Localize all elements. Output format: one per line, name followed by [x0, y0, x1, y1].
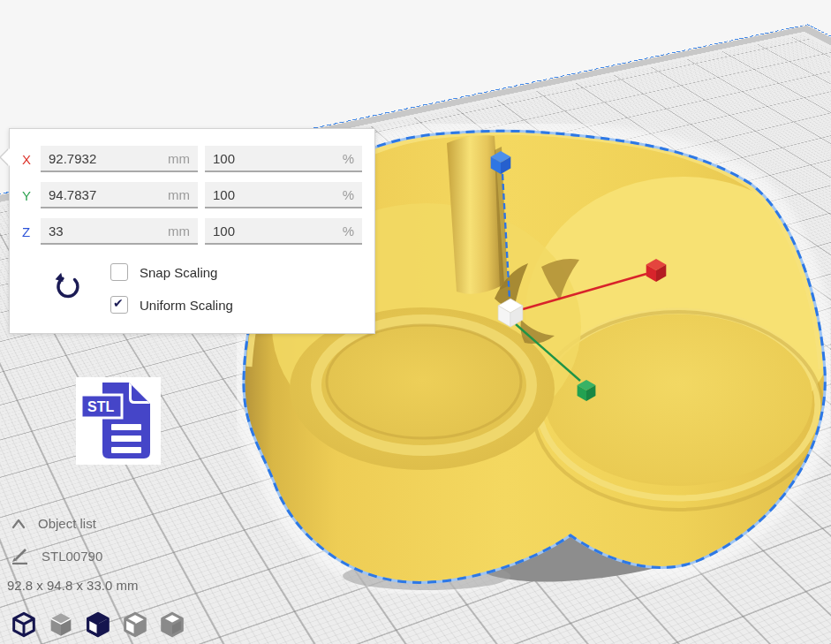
scale-x-percent-input[interactable]	[213, 151, 343, 166]
wireframe-cube-icon	[9, 610, 39, 639]
scale-z-mm-field[interactable]: mm	[41, 218, 198, 245]
scale-y-percent-input[interactable]	[213, 187, 343, 202]
mm-unit-label: mm	[168, 224, 190, 239]
scale-x-mm-field[interactable]: mm	[41, 146, 198, 172]
outline-cube-icon	[120, 610, 150, 639]
scale-tool-panel: X mm % Y mm % Z mm %	[9, 128, 375, 334]
scale-x-percent-field[interactable]: %	[205, 146, 362, 172]
scale-z-percent-field[interactable]: %	[205, 218, 362, 245]
scale-row-z: Z mm %	[10, 218, 369, 245]
uniform-scaling-checkbox[interactable]	[110, 296, 128, 314]
solid-cube-icon	[46, 610, 76, 639]
uniform-scaling-row: Uniform Scaling	[110, 296, 233, 314]
reset-scale-button[interactable]	[53, 272, 81, 302]
scale-row-x: X mm %	[10, 146, 369, 172]
scale-row-y: Y mm %	[10, 182, 369, 208]
tool-button-5[interactable]	[156, 610, 188, 639]
model-dimensions-label: 92.8 x 94.8 x 33.0 mm	[7, 578, 138, 593]
axis-z-label: Z	[22, 224, 41, 239]
mm-unit-label: mm	[168, 151, 190, 166]
scale-z-mm-input[interactable]	[49, 224, 168, 239]
axis-y-label: Y	[22, 188, 41, 203]
percent-unit-label: %	[343, 187, 354, 202]
percent-unit-label: %	[343, 224, 354, 239]
mesh-pencil-icon	[11, 547, 30, 564]
stl-file-thumbnail: STL	[76, 377, 161, 465]
snap-scaling-label: Snap Scaling	[140, 265, 217, 280]
lid-cube-icon	[157, 610, 187, 639]
uniform-scaling-label: Uniform Scaling	[140, 298, 233, 313]
snap-scaling-row: Snap Scaling	[110, 263, 217, 281]
axis-x-label: X	[22, 152, 41, 167]
open-cube-active-icon	[83, 610, 113, 639]
object-list-title: Object list	[38, 516, 96, 531]
stl-badge-label: STL	[87, 399, 114, 414]
tool-button-2[interactable]	[45, 610, 77, 639]
reset-arrow-icon	[53, 272, 81, 302]
scale-y-mm-field[interactable]: mm	[41, 182, 198, 208]
scale-x-mm-input[interactable]	[49, 151, 168, 166]
object-item-name: STL00790	[42, 549, 102, 564]
tool-button-1[interactable]	[8, 610, 40, 639]
percent-unit-label: %	[343, 151, 354, 166]
object-list-header[interactable]: Object list	[11, 516, 96, 531]
scale-z-percent-input[interactable]	[213, 224, 343, 239]
tool-button-3[interactable]	[82, 610, 114, 639]
scale-y-mm-input[interactable]	[49, 187, 168, 202]
stl-document-icon: STL	[76, 377, 161, 465]
mm-unit-label: mm	[168, 187, 190, 202]
scale-y-percent-field[interactable]: %	[205, 182, 362, 208]
snap-scaling-checkbox[interactable]	[110, 263, 128, 281]
chevron-up-icon	[11, 518, 26, 529]
view-toolbar	[8, 610, 188, 639]
object-list-item[interactable]: STL00790	[11, 547, 102, 564]
tool-button-4[interactable]	[119, 610, 151, 639]
